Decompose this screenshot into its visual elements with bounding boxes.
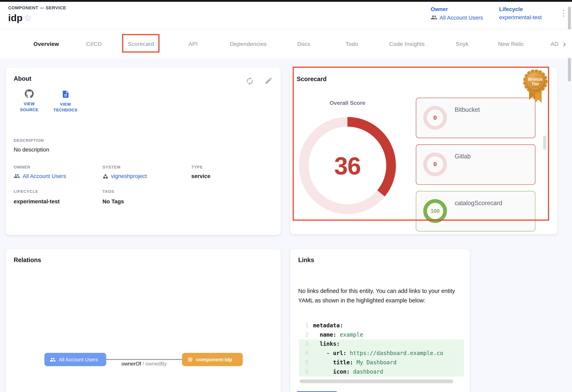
edge-forward-label: ownerOf bbox=[122, 360, 141, 366]
code-line-1: 1metadata: bbox=[299, 321, 464, 330]
tab-snyk[interactable]: Snyk bbox=[443, 29, 481, 58]
favorite-star-icon[interactable]: ☆ bbox=[24, 13, 32, 22]
view-techdocs-label: VIEW TECHDOCS bbox=[48, 101, 84, 113]
tab-overview[interactable]: Overview bbox=[22, 29, 70, 58]
links-empty-message: No links defined for this entity. You ca… bbox=[298, 286, 455, 305]
description-value: No description bbox=[14, 146, 49, 152]
code-content: links: bbox=[313, 340, 340, 349]
github-icon bbox=[25, 89, 34, 98]
entity-header: COMPONENT — SERVICE idp ☆ Owner All Acco… bbox=[0, 2, 572, 29]
tab-docs[interactable]: Docs bbox=[274, 29, 333, 58]
owner-link[interactable]: All Account Users bbox=[431, 14, 493, 21]
line-number: 6 bbox=[299, 367, 309, 376]
badge-line2: Tier bbox=[531, 82, 539, 86]
tab-scorecard[interactable]: Scorecard bbox=[118, 29, 164, 58]
relation-node-owner-label: All Account Users bbox=[59, 357, 98, 362]
page: COMPONENT — SERVICE idp ☆ Owner All Acco… bbox=[0, 0, 572, 392]
tab-todo[interactable]: Todo bbox=[333, 29, 371, 58]
view-techdocs-link[interactable]: VIEW TECHDOCS bbox=[48, 90, 84, 113]
lifecycle-value: experimental-test bbox=[499, 14, 541, 20]
owner-value: All Account Users bbox=[440, 14, 483, 21]
code-line-4: 4 - url: https://dashboard.example.co bbox=[299, 349, 464, 358]
code-horizontal-scrollbar-thumb[interactable] bbox=[300, 379, 453, 383]
yaml-code-block: 1metadata:2 name: example3 links:4 - url… bbox=[299, 319, 464, 380]
system-field-value: vigneshproject bbox=[111, 173, 147, 179]
people-icon bbox=[14, 173, 20, 179]
description-label: DESCRIPTION bbox=[14, 138, 44, 142]
code-content: metadata: bbox=[313, 321, 343, 330]
people-icon bbox=[431, 14, 437, 21]
header-lifecycle: Lifecycle experimental-test bbox=[499, 6, 562, 20]
system-field-link[interactable]: vigneshproject bbox=[103, 173, 147, 179]
page-title: idp bbox=[8, 12, 23, 24]
tags-field-label: TAGS bbox=[103, 189, 114, 194]
bronze-tier-badge: Bronze Tier bbox=[521, 70, 550, 104]
tabs-scroll-right-icon[interactable]: › bbox=[563, 39, 566, 49]
owner-field-label: OWNER bbox=[14, 165, 31, 169]
breadcrumb: COMPONENT — SERVICE bbox=[8, 5, 66, 10]
system-field-label: SYSTEM bbox=[103, 165, 121, 169]
check-name: catalogScorecard bbox=[455, 199, 502, 207]
tab-ad[interactable]: AD bbox=[541, 29, 572, 58]
view-source-link[interactable]: VIEW SOURCE bbox=[16, 89, 43, 113]
links-card: Links No links defined for this entity. … bbox=[290, 249, 470, 392]
tags-field-value: No Tags bbox=[103, 198, 124, 204]
owner-label: Owner bbox=[431, 6, 493, 12]
refresh-icon[interactable] bbox=[245, 77, 254, 85]
tab-dependencies[interactable]: Dependencies bbox=[222, 29, 274, 58]
tab-api[interactable]: API bbox=[164, 29, 222, 58]
read-more-button[interactable] bbox=[296, 392, 338, 392]
check-score: 0 bbox=[421, 151, 449, 178]
tab-ci-cd[interactable]: CI/CD bbox=[70, 29, 118, 58]
type-field-value: service bbox=[191, 173, 210, 179]
code-line-3: 3 links: bbox=[299, 340, 464, 349]
relation-edge-label: ownerOf / ownedBy bbox=[106, 360, 182, 366]
relations-card: Relations All Account Users ownerOf / ow… bbox=[5, 249, 281, 392]
code-line-6: 6 icon: dashboard bbox=[299, 367, 464, 376]
check-score: 0 bbox=[421, 104, 449, 131]
checks-scrollbar-thumb[interactable] bbox=[543, 135, 546, 149]
code-line-5: 5 title: My Dashboard bbox=[299, 358, 464, 367]
tab-code-insights[interactable]: Code Insights bbox=[371, 29, 443, 58]
edge-reverse-label: ownedBy bbox=[145, 360, 167, 366]
header-owner: Owner All Account Users bbox=[431, 6, 493, 21]
type-field-label: TYPE bbox=[191, 165, 203, 169]
links-title: Links bbox=[298, 257, 314, 264]
line-number: 1 bbox=[299, 321, 309, 330]
line-number: 5 bbox=[299, 358, 309, 367]
code-content: name: example bbox=[313, 330, 363, 340]
tab-new-relic[interactable]: New Relic bbox=[481, 29, 541, 58]
code-content: - url: https://dashboard.example.co bbox=[313, 349, 443, 358]
edge-separator: / bbox=[141, 360, 145, 366]
tab-bar: OverviewCI/CDScorecardAPIDependenciesDoc… bbox=[0, 29, 572, 58]
owner-field-link[interactable]: All Account Users bbox=[14, 173, 66, 179]
relation-edge-line bbox=[106, 359, 182, 360]
scorecard-check-list: 0Bitbucket0Gitlab100catalogScorecard bbox=[416, 98, 535, 238]
code-content: icon: dashboard bbox=[313, 367, 383, 376]
line-number: 2 bbox=[299, 330, 309, 340]
relation-node-component[interactable]: component:idp bbox=[182, 353, 243, 366]
relation-node-owner[interactable]: All Account Users bbox=[45, 353, 106, 366]
window-top-strip bbox=[0, 0, 572, 2]
system-icon bbox=[103, 173, 109, 179]
check-name: Bitbucket bbox=[455, 106, 480, 113]
code-content: title: My Dashboard bbox=[313, 358, 397, 367]
lifecycle-field-value: experimental-test bbox=[14, 198, 60, 204]
check-card-catalogscorecard[interactable]: 100catalogScorecard bbox=[416, 191, 535, 231]
people-icon bbox=[50, 356, 56, 363]
overall-score-label: Overall Score bbox=[311, 100, 384, 106]
line-number: 4 bbox=[299, 349, 309, 358]
badge-line1: Bronze bbox=[528, 77, 542, 82]
line-number: 3 bbox=[299, 340, 309, 349]
check-card-gitlab[interactable]: 0Gitlab bbox=[416, 144, 535, 185]
lifecycle-field-label: LIFECYCLE bbox=[14, 189, 38, 194]
relation-node-component-label: component:idp bbox=[196, 357, 232, 362]
document-icon bbox=[61, 90, 70, 98]
owner-field-value: All Account Users bbox=[23, 173, 66, 179]
check-card-bitbucket[interactable]: 0Bitbucket bbox=[416, 98, 535, 138]
scorecard-title: Scorecard bbox=[297, 76, 327, 83]
about-title: About bbox=[14, 75, 31, 82]
edit-icon[interactable] bbox=[264, 77, 273, 85]
overall-score-gauge: 36 bbox=[298, 115, 397, 215]
relations-title: Relations bbox=[14, 257, 41, 264]
